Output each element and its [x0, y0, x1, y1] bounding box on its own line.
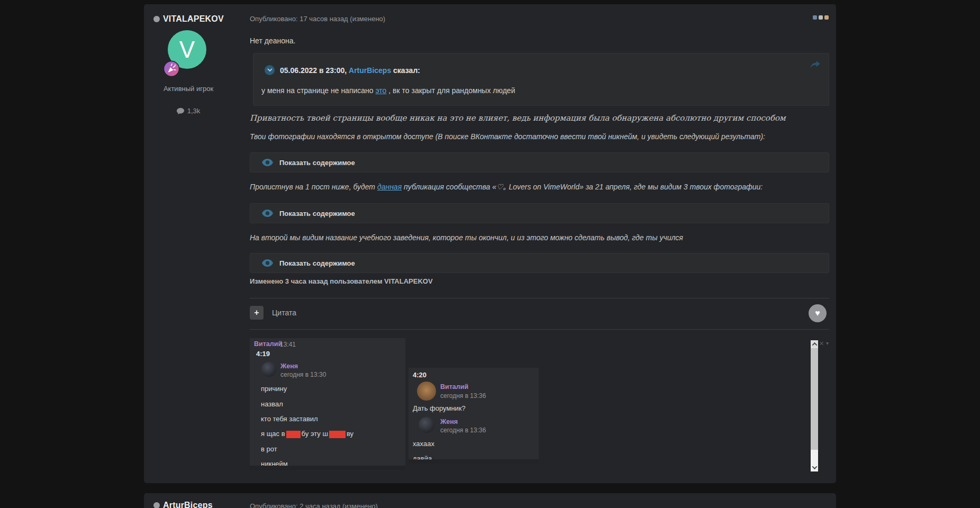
scrollbar-down-icon[interactable]	[811, 464, 818, 471]
embedded-content: Виталий 13:41 4:19 Женя сегодня в 13:30 …	[250, 338, 829, 475]
quote-text: у меня на странице не написано	[261, 86, 376, 95]
quote-date: 05.06.2022 в 23:00,	[280, 66, 347, 75]
next-post-card: ArturBiceps Опубликовано: 2 часа назад (…	[144, 493, 836, 508]
author-name[interactable]: ArturBiceps	[163, 501, 213, 508]
post-options-icon[interactable]	[813, 15, 829, 20]
quote-button[interactable]: Цитата	[272, 309, 296, 317]
chat-sent-date: сегодня в 13:36	[440, 427, 486, 434]
eye-icon	[262, 210, 273, 217]
chat-message: хахаах	[413, 440, 434, 448]
chat-avatar	[417, 382, 436, 401]
avatar-letter: V	[179, 38, 195, 61]
dannaya-link[interactable]: данная	[377, 183, 402, 191]
chat-big-time: 4:20	[413, 371, 427, 379]
quote-said: сказал:	[393, 66, 420, 75]
divider	[250, 298, 829, 298]
like-heart-button[interactable]: ♥	[809, 304, 827, 322]
speech-bubble-icon	[177, 108, 184, 114]
quote-share-icon[interactable]	[810, 61, 820, 71]
post-count-value: 1,3k	[187, 107, 201, 115]
embed-close-icon[interactable]: ✕	[819, 340, 824, 347]
chat-time: 13:41	[280, 341, 296, 348]
multiquote-button[interactable]: +	[250, 306, 264, 320]
paragraph-school: На второй мы видим название учебного зав…	[250, 233, 829, 242]
status-dot-icon	[153, 502, 160, 508]
published-timestamp: Опубликовано: 17 часов назад (изменено)	[250, 15, 385, 23]
author-group: Активный игрок	[146, 85, 231, 93]
scroll-text: Пролистнув на 1 пост ниже, будет	[250, 183, 377, 191]
eye-icon	[262, 259, 273, 267]
status-dot-icon	[153, 16, 160, 22]
quote-author-link[interactable]: ArturBiceps	[349, 66, 391, 75]
scrollbar-up-icon[interactable]	[811, 340, 818, 348]
spoiler-toggle-1[interactable]: Показать содержимое	[250, 152, 829, 173]
censored-part: ву	[347, 430, 353, 438]
eye-icon	[262, 159, 273, 166]
post-author[interactable]: VITALAPEKOV	[153, 14, 224, 24]
post-text-intro: Нет деанона.	[250, 37, 295, 45]
quote-eto-link[interactable]: это	[376, 86, 387, 95]
embed-scrollbar[interactable]	[811, 340, 818, 471]
chat-message-censored: я щас вбу эту шву	[261, 430, 353, 438]
chat-message: Дать форумник?	[413, 404, 466, 412]
post-card: VITALAPEKOV V Активный игрок 1,3k Опу	[144, 4, 836, 483]
paragraph-photos: Твои фотографии находятся в открытом дос…	[250, 132, 829, 141]
quote-collapse-icon[interactable]	[265, 65, 275, 75]
censor-box	[329, 431, 346, 438]
chat-sender: Женя	[440, 418, 458, 425]
quote-text-after: , вк то закрыт для рандомных людей	[386, 86, 515, 95]
censored-part: я щас в	[261, 430, 285, 438]
chat-screenshot-right[interactable]: 4:20 Виталий сегодня в 13:36 Дать форумн…	[409, 368, 539, 464]
forum-page: VITALAPEKOV V Активный игрок 1,3k Опу	[0, 0, 980, 508]
divider	[250, 329, 829, 330]
chat-screenshot-left[interactable]: Виталий 13:41 4:19 Женя сегодня в 13:30 …	[250, 338, 405, 470]
chat-message: причину	[261, 385, 287, 393]
chat-big-time: 4:19	[256, 350, 270, 358]
quote-header: 05.06.2022 в 23:00, ArturBiceps сказал:	[280, 66, 420, 75]
published-timestamp: Опубликовано: 2 часа назад (изменено)	[250, 502, 378, 508]
paragraph-privacy: Приватность твоей страницы вообще никак …	[250, 113, 829, 123]
chat-sent-date: сегодня в 13:36	[440, 392, 486, 400]
chat-sender: Женя	[280, 362, 298, 370]
author-name[interactable]: VITALAPEKOV	[163, 14, 224, 24]
party-badge-icon	[163, 60, 180, 77]
chat-sender: Виталий	[440, 383, 468, 391]
author-post-count: 1,3k	[146, 107, 231, 115]
chat-message: кто тебя заставил	[261, 415, 318, 423]
edited-note: Изменено 3 часа назад пользователем VITA…	[250, 277, 433, 285]
chat-message: в рот	[261, 445, 277, 453]
spoiler-label: Показать содержимое	[279, 259, 355, 267]
chat-avatar	[261, 362, 276, 377]
spoiler-label: Показать содержимое	[279, 159, 355, 167]
scrollbar-thumb[interactable]	[811, 348, 818, 450]
quote-block: 05.06.2022 в 23:00, ArturBiceps сказал: …	[253, 53, 829, 106]
paragraph-scroll: Пролистнув на 1 пост ниже, будет данная …	[250, 183, 829, 191]
chat-avatar	[419, 417, 434, 433]
chat-name: Виталий	[254, 340, 282, 348]
embed-dropdown-icon[interactable]: ▾	[826, 340, 829, 346]
spoiler-toggle-3[interactable]: Показать содержимое	[250, 253, 829, 273]
image-edge	[250, 466, 405, 470]
censor-box	[286, 431, 301, 438]
scroll-text-after: публикация сообщества «♡｡ Lovers on Vime…	[402, 183, 763, 191]
spoiler-label: Показать содержимое	[279, 210, 355, 217]
next-post-author[interactable]: ArturBiceps	[153, 501, 213, 508]
chat-message: назвал	[261, 400, 283, 408]
quote-body: у меня на странице не написано это , вк …	[261, 86, 515, 95]
censored-part: бу эту ш	[302, 430, 328, 438]
chat-sent-date: сегодня в 13:30	[280, 371, 326, 378]
image-edge	[409, 459, 539, 464]
spoiler-toggle-2[interactable]: Показать содержимое	[250, 203, 829, 223]
